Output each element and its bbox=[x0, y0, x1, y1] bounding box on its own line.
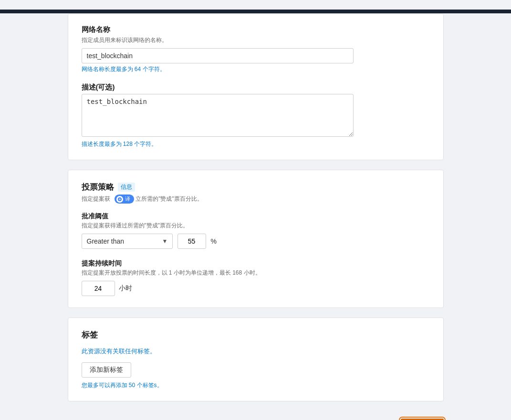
svg-point-0 bbox=[118, 197, 122, 201]
info-badge[interactable]: 信息 bbox=[118, 183, 135, 192]
voting-strategy-card: 投票策略 信息 指定提案获 译 立所需的"赞成"票百分比。 批准阈值 指定提案获… bbox=[68, 170, 444, 308]
translate-chip-icon bbox=[116, 196, 123, 203]
page-wrapper: 网络名称 指定成员用来标识该网络的名称。 网络名称长度最多为 64 个字符。 描… bbox=[60, 13, 451, 420]
threshold-hint: 指定提案获得通过所需的"赞成"票百分比。 bbox=[82, 222, 430, 230]
voting-section-header: 投票策略 信息 bbox=[82, 182, 430, 193]
network-name-card: 网络名称 指定成员用来标识该网络的名称。 网络名称长度最多为 64 个字符。 描… bbox=[68, 13, 444, 160]
tags-title: 标签 bbox=[82, 329, 98, 340]
translate-chip: 译 bbox=[115, 195, 134, 204]
threshold-row: Greater than Greater than or equal to ▼ … bbox=[82, 234, 430, 249]
duration-hint: 指定提案开放投票的时间长度，以 1 小时为单位递增，最长 168 小时。 bbox=[82, 269, 430, 277]
tags-empty-message: 此资源没有关联任何标签。 bbox=[82, 347, 430, 356]
hours-row: 小时 bbox=[82, 281, 430, 296]
description-note: 描述长度最多为 128 个字符。 bbox=[82, 140, 430, 148]
add-tag-button[interactable]: 添加新标签 bbox=[82, 362, 131, 378]
voting-title: 投票策略 bbox=[82, 182, 114, 193]
network-name-hint: 指定成员用来标识该网络的名称。 bbox=[82, 36, 430, 44]
network-name-label: 网络名称 bbox=[82, 25, 430, 34]
description-label: 描述(可选) bbox=[82, 83, 430, 92]
footer-bar: 取消 下一步 bbox=[68, 411, 444, 420]
top-header-bar bbox=[0, 10, 511, 13]
tags-card: 标签 此资源没有关联任何标签。 添加新标签 您最多可以再添加 50 个标签s。 bbox=[68, 318, 444, 401]
network-name-note: 网络名称长度最多为 64 个字符。 bbox=[82, 65, 430, 73]
description-input[interactable]: test_blockchain bbox=[82, 94, 354, 137]
threshold-label: 批准阈值 bbox=[82, 212, 430, 221]
voting-hint: 指定提案获 译 立所需的"赞成"票百分比。 bbox=[82, 195, 430, 204]
tags-max-note: 您最多可以再添加 50 个标签s。 bbox=[82, 381, 430, 389]
network-name-input[interactable] bbox=[82, 48, 354, 63]
threshold-dropdown[interactable]: Greater than Greater than or equal to bbox=[82, 234, 173, 249]
hours-input[interactable] bbox=[82, 281, 115, 296]
duration-label: 提案持续时间 bbox=[82, 259, 430, 268]
dropdown-wrapper: Greater than Greater than or equal to ▼ bbox=[82, 234, 173, 249]
hours-label: 小时 bbox=[119, 284, 132, 293]
percent-input[interactable] bbox=[177, 234, 206, 249]
percent-symbol: % bbox=[211, 237, 217, 245]
